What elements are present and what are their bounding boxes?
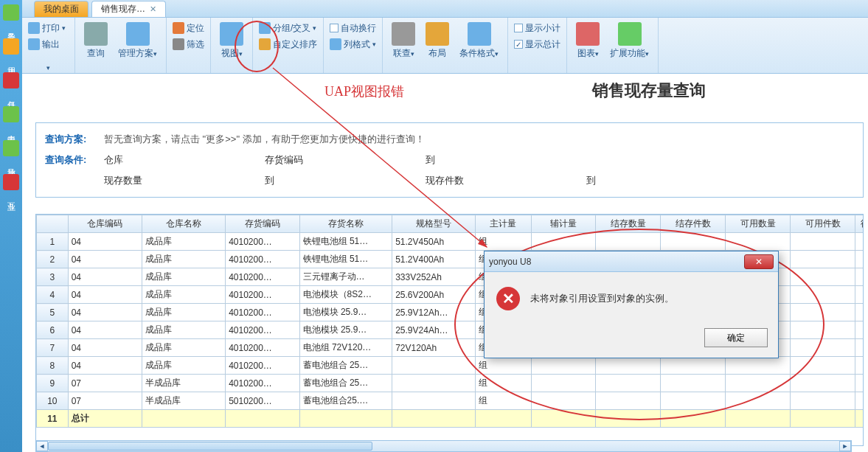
link-query-button[interactable]: 联查▾ bbox=[389, 21, 418, 61]
col-format-button[interactable]: 列格式▾ bbox=[330, 37, 376, 52]
error-dialog: yonyou U8 ✕ ✕ 未将对象引用设置到对象的实例。 确定 bbox=[484, 251, 779, 358]
tab-desktop[interactable]: 我的桌面 bbox=[34, 1, 88, 17]
field-warehouse: 仓库 bbox=[104, 154, 123, 165]
group-icon bbox=[259, 22, 271, 34]
field-to: 到 bbox=[265, 175, 274, 186]
tabs-row: 我的桌面 销售现存…✕ bbox=[22, 0, 868, 18]
ext-icon bbox=[618, 22, 642, 46]
checkbox-icon bbox=[514, 24, 523, 32]
filter-button[interactable]: 筛选 bbox=[173, 37, 204, 52]
scroll-track[interactable] bbox=[48, 441, 839, 451]
col-header[interactable]: 结存数量 bbox=[596, 215, 661, 233]
col-header[interactable]: 可用件数 bbox=[791, 215, 855, 233]
col-header[interactable]: 规格型号 bbox=[392, 215, 476, 233]
print-button[interactable]: 打印▾ bbox=[28, 21, 66, 35]
dialog-message: 未将对象引用设置到对象的实例。 bbox=[530, 292, 674, 305]
dialog-titlebar[interactable]: yonyou U8 ✕ bbox=[485, 251, 778, 272]
col-header[interactable]: 仓库名称 bbox=[142, 215, 226, 233]
field-pieces: 现存件数 bbox=[426, 175, 464, 186]
table-row[interactable]: 104成品库4010200…铁锂电池组 51…51.2V450Ah组 bbox=[37, 233, 864, 251]
cond-format-icon bbox=[468, 22, 491, 46]
field-stock-code: 存货编码 bbox=[265, 154, 303, 165]
page-title: 销售现存量查询 bbox=[592, 80, 706, 102]
col-header[interactable]: 可用数量 bbox=[726, 215, 791, 233]
close-icon[interactable]: ✕ bbox=[150, 4, 156, 14]
manage-scheme-button[interactable]: 管理方案▾ bbox=[115, 21, 160, 61]
scroll-thumb[interactable] bbox=[48, 442, 372, 451]
left-sidebar: 务导 用功 息任 表中 施导 业互 bbox=[0, 0, 22, 452]
subtotal-check[interactable]: 显示小计 bbox=[514, 21, 560, 35]
layout-button[interactable]: 布局 bbox=[423, 21, 452, 61]
checkbox-icon bbox=[330, 24, 338, 32]
h-scrollbar[interactable]: ◄ ► bbox=[35, 440, 852, 452]
close-icon: ✕ bbox=[755, 257, 763, 267]
chart-icon bbox=[576, 22, 600, 46]
field-qty: 现存数量 bbox=[104, 175, 142, 186]
dialog-ok-button[interactable]: 确定 bbox=[704, 328, 768, 347]
table-row[interactable]: 907半成品库4010200…蓄电池组合 25…组 bbox=[37, 375, 864, 392]
view-button[interactable]: 视图▾ bbox=[217, 21, 246, 61]
output-button[interactable]: 输出 bbox=[28, 37, 66, 52]
print-icon bbox=[28, 22, 40, 34]
col-format-icon bbox=[330, 38, 341, 50]
checkbox-checked-icon: ✓ bbox=[514, 40, 523, 49]
scroll-left-button[interactable]: ◄ bbox=[36, 441, 48, 451]
scroll-right-button[interactable]: ► bbox=[839, 441, 851, 451]
total-row: 11总计 bbox=[37, 410, 864, 428]
tab-sales-stock[interactable]: 销售现存…✕ bbox=[91, 1, 166, 17]
title-row: 销售现存量查询 bbox=[22, 74, 868, 108]
field-to: 到 bbox=[586, 175, 596, 186]
query-scheme-hint: 暂无查询方案，请点击 "更多>>" 添加，有助于您更加方便快捷的进行查询！ bbox=[104, 133, 425, 146]
query-scheme-label: 查询方案: bbox=[45, 133, 104, 146]
chart-button[interactable]: 图表▾ bbox=[573, 21, 603, 61]
col-header[interactable]: 存货编码 bbox=[226, 215, 299, 233]
dialog-title: yonyou U8 bbox=[489, 257, 531, 267]
sort-icon bbox=[259, 38, 271, 50]
error-icon: ✕ bbox=[496, 287, 520, 310]
col-header[interactable]: 结存件数 bbox=[661, 215, 726, 233]
search-icon bbox=[84, 22, 108, 46]
table-row[interactable]: 1007半成品库5010200…蓄电池组合25.…组 bbox=[37, 392, 864, 410]
dialog-close-button[interactable]: ✕ bbox=[744, 254, 774, 269]
auto-wrap-check[interactable]: 自动换行 bbox=[330, 21, 376, 35]
col-header[interactable]: 存货名称 bbox=[299, 215, 392, 233]
query-button[interactable]: 查询 bbox=[81, 21, 111, 61]
locate-button[interactable]: 定位 bbox=[173, 21, 204, 35]
layout-icon bbox=[426, 22, 449, 46]
total-check[interactable]: ✓显示总计 bbox=[514, 37, 560, 52]
cond-format-button[interactable]: 条件格式▾ bbox=[456, 21, 501, 61]
ribbon: 打印▾ 输出 ▾ 查询 管理方案▾ 定位 筛选 视图▾ 分组/交叉▾ 自定义排序… bbox=[22, 18, 868, 74]
col-header[interactable]: 主计量 bbox=[476, 215, 531, 233]
view-icon bbox=[220, 22, 243, 46]
col-header[interactable]: 待发货数量 bbox=[855, 215, 864, 233]
locate-icon bbox=[173, 22, 184, 34]
scheme-icon bbox=[126, 22, 150, 46]
field-to: 到 bbox=[426, 154, 435, 165]
filter-icon bbox=[173, 38, 184, 50]
query-panel: 查询方案: 暂无查询方案，请点击 "更多>>" 添加，有助于您更加方便快捷的进行… bbox=[35, 122, 864, 198]
col-header[interactable]: 仓库编码 bbox=[68, 215, 142, 233]
query-cond-label: 查询条件: bbox=[45, 153, 104, 167]
col-header[interactable]: 辅计量 bbox=[531, 215, 596, 233]
link-icon bbox=[392, 22, 415, 46]
group-cross-button[interactable]: 分组/交叉▾ bbox=[259, 21, 317, 35]
output-icon bbox=[28, 38, 40, 50]
custom-sort-button[interactable]: 自定义排序 bbox=[259, 37, 317, 52]
table-row[interactable]: 804成品库4010200…蓄电池组合 25…组 bbox=[37, 357, 864, 375]
extension-button[interactable]: 扩展功能▾ bbox=[607, 21, 652, 61]
